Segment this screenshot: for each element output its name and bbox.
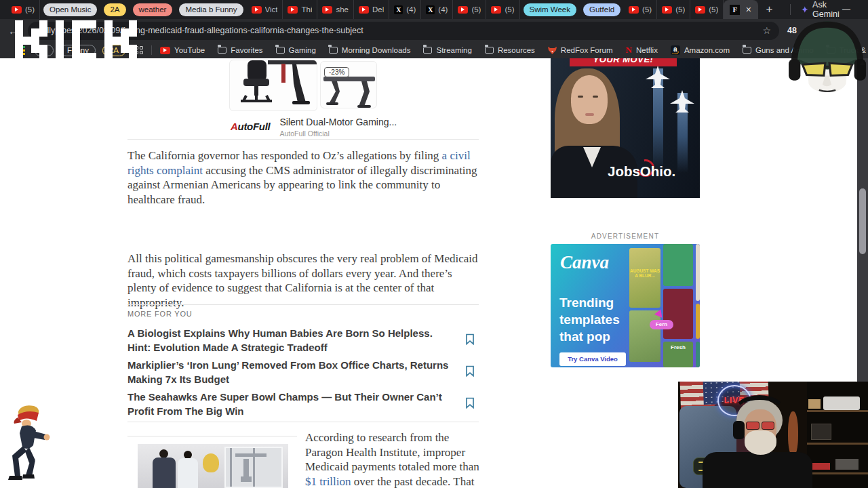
canva-ad[interactable]: Canva Trending templates that pop Try Ca… [551, 244, 700, 367]
bookmark-icon[interactable] [465, 397, 475, 409]
browser-window: (5) Open Music 2A weather Media b Funny … [0, 0, 868, 488]
bookmark-folder-morning-downloads[interactable]: Morning Downloads [329, 46, 411, 54]
address-bar[interactable]: allypipes/2026/02/09/facing-medicaid-fra… [28, 22, 779, 40]
tab-group-open-music[interactable]: Open Music [43, 3, 97, 16]
minimize-button[interactable]: — [842, 5, 850, 14]
article-paragraph: According to research from the Paragon H… [305, 430, 480, 488]
fighter-jet-icon [644, 66, 671, 92]
bookmark-youtube[interactable]: YouTube [160, 46, 205, 54]
sponsored-ad-title[interactable]: Silent Dual-Motor Gaming... [279, 117, 397, 127]
bookmark-folder-favorites[interactable]: Favorites [218, 46, 262, 54]
related-article-link[interactable]: A Biologist Explains Why Human Babies Ar… [127, 326, 452, 354]
canva-template-thumb [663, 244, 693, 286]
bookmark-netflix[interactable]: NNetflix [626, 45, 658, 56]
gemini-icon [802, 5, 808, 14]
browser-tab[interactable]: X(4) [421, 0, 453, 19]
browser-tab[interactable]: (5) [486, 0, 519, 19]
related-article-link[interactable]: The Seahawks Are Super Bowl Champs — But… [127, 390, 452, 418]
folder-icon [329, 47, 338, 54]
browser-tab[interactable]: (5) [690, 0, 724, 19]
sponsored-product-image-desk[interactable]: -23% [320, 61, 377, 108]
canva-headline: Trending templates that pop [559, 294, 620, 345]
one-trillion-link[interactable]: $1 trillion [305, 475, 351, 488]
folder-icon [423, 47, 432, 54]
browser-tab[interactable]: (5) [657, 0, 690, 19]
sponsored-product-image-chair[interactable] [229, 60, 317, 111]
folder-icon [743, 47, 751, 54]
browser-tab[interactable]: Vict [247, 0, 283, 19]
browser-tab[interactable]: X(4) [389, 0, 421, 19]
fox-icon [548, 47, 557, 54]
browser-tab[interactable]: Thi [283, 0, 317, 19]
scrollbar-thumb[interactable] [859, 188, 866, 254]
browser-tab[interactable]: Del [354, 0, 389, 19]
related-article-link[interactable]: Markiplier’s ‘Iron Lung’ Removed From Bo… [127, 358, 452, 386]
article-paragraph: All this political gamesmanship obscures… [127, 251, 481, 310]
x-twitter-icon: X [394, 5, 403, 14]
bookmark-star-icon[interactable]: ☆ [762, 25, 771, 36]
article-image [138, 444, 288, 488]
section-divider [127, 139, 479, 140]
more-for-you-label: MORE FOR YOU [127, 310, 193, 318]
obscured-group-pill[interactable]: tf [35, 45, 54, 56]
sponsored-ad-meta[interactable]: AutoFull Silent Dual-Motor Gaming... Aut… [231, 117, 397, 138]
figure-divider [127, 436, 297, 436]
bookmarks-bar: tf Funny 2A YouTube Favorites Gaming Mor… [0, 42, 868, 58]
browser-tab[interactable]: she [317, 0, 354, 19]
printer [823, 396, 860, 410]
dancing-cartoon-overlay [4, 403, 53, 487]
amazon-icon: a [671, 45, 680, 55]
browser-toolbar: ← allypipes/2026/02/09/facing-medicaid-f… [0, 19, 868, 42]
youtube-icon [12, 6, 22, 14]
forbes-favicon: F [730, 5, 740, 15]
canva-template-thumb [696, 244, 700, 301]
tab-group-weather[interactable]: weather [133, 3, 173, 16]
bookmark-folder-resources[interactable]: Resources [485, 46, 535, 54]
webcam-overlay: LIVE [678, 382, 868, 488]
discount-badge: -23% [324, 67, 349, 77]
youtube-icon [695, 6, 705, 14]
section-divider [127, 422, 479, 422]
active-tab-forbes[interactable]: F ✕ [724, 0, 757, 19]
bookmark-icon[interactable] [465, 365, 475, 377]
browser-tab[interactable]: (5) [624, 0, 657, 19]
bookmark-group-funny[interactable]: Funny [60, 45, 96, 56]
browser-tab[interactable]: (5) [453, 0, 486, 19]
bookmark-folder-streaming[interactable]: Streaming [423, 46, 471, 54]
folder-icon [218, 47, 226, 54]
try-canva-video-button[interactable]: Try Canva Video [559, 352, 626, 366]
tab-group-swim-week[interactable]: Swim Week [524, 3, 577, 16]
tab-group-media-b-funny[interactable]: Media b Funny [179, 3, 243, 16]
advertisement-label: ADVERTISEMENT [551, 232, 700, 240]
tab-group-gutfeld[interactable]: Gutfeld [583, 3, 620, 16]
bookmark-folder-gaming[interactable]: Gaming [276, 46, 316, 54]
bookmark-amazon[interactable]: aAmazon.com [671, 45, 730, 55]
tab-group-2a[interactable]: 2A [104, 3, 125, 16]
ask-gemini-button[interactable]: Ask Gemini [790, 4, 842, 15]
canva-template-thumb [696, 342, 700, 367]
canva-template-thumb [629, 310, 660, 362]
new-tab-button[interactable]: + [766, 3, 773, 16]
window-controls: — ▢ ✕ [842, 5, 868, 14]
bookmark-group-2a[interactable]: 2A [102, 45, 125, 56]
x-twitter-icon: X [426, 5, 435, 14]
url-text: allypipes/2026/02/09/facing-medicaid-fra… [40, 26, 755, 35]
autofull-logo: AutoFull [231, 121, 270, 132]
jobsohio-ad[interactable]: YOUR MOVE! JobsOhio. [551, 58, 700, 198]
jobsohio-logo: JobsOhio. [608, 163, 675, 180]
bookmark-icon[interactable] [465, 333, 475, 345]
youtube-icon [629, 6, 639, 14]
tab-close-icon[interactable]: ✕ [745, 5, 751, 14]
tab-groups-icon[interactable] [135, 46, 143, 54]
browser-tab[interactable]: (5) [7, 0, 40, 19]
canva-template-thumb [696, 304, 700, 339]
youtube-icon [662, 6, 672, 14]
youtube-icon [288, 6, 298, 14]
article-paragraph: The California governor has responded to… [127, 148, 481, 207]
canva-template-thumb: AUGUST WAS A BLUR... [629, 248, 660, 308]
apps-grid-icon[interactable] [16, 46, 25, 55]
sponsored-ad-source: AutoFull Official [279, 129, 397, 138]
youtube-icon [458, 6, 468, 14]
youtube-icon [359, 6, 369, 14]
bookmark-redfox-forum[interactable]: RedFox Forum [548, 46, 613, 54]
